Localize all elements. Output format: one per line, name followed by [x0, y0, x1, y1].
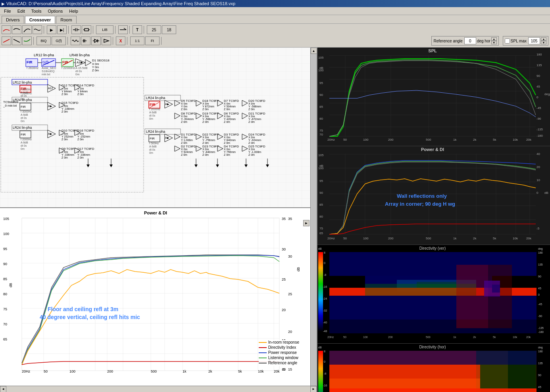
svg-text:_0 miir.txt: _0 miir.txt: [3, 104, 17, 107]
tb-triangle[interactable]: [102, 36, 111, 45]
directivity-hor-graph: Directivity (hor) 8 0 -8 -16 -24 dB 180 …: [317, 344, 550, 392]
svg-text:Power & DI: Power & DI: [421, 147, 444, 152]
toolbar: ▶ ▶| LIB T 25 18 BiQ G(f): [0, 24, 550, 48]
dir-hor-svg: Directivity (hor) 8 0 -8 -16 -24 dB 180 …: [317, 344, 550, 392]
svg-rect-229: [22, 218, 279, 371]
tb-biq[interactable]: BiQ: [37, 36, 51, 45]
tb-curve-r1[interactable]: [2, 36, 11, 45]
svg-text:65: 65: [319, 231, 323, 235]
svg-text:-24: -24: [323, 297, 327, 300]
svg-text:LR12 lin-pha: LR12 lin-pha: [34, 53, 54, 57]
tb-curve2[interactable]: [12, 25, 21, 34]
svg-text:15: 15: [288, 367, 292, 371]
svg-text:X 0m: X 0m: [202, 115, 209, 118]
svg-text:Z 0m: Z 0m: [62, 138, 68, 141]
svg-text:A▶: A▶: [165, 103, 169, 105]
tb-curve3[interactable]: [22, 25, 32, 34]
tab-crossover[interactable]: Crossover: [25, 16, 55, 23]
tb-ft[interactable]: Ft: [145, 36, 160, 45]
svg-text:-8: -8: [324, 372, 326, 375]
svg-text:dt 0s: dt 0s: [21, 144, 27, 147]
tb-cap[interactable]: [71, 25, 81, 34]
svg-text:0m: 0m: [21, 120, 25, 122]
menu-tools[interactable]: Tools: [28, 8, 45, 14]
svg-text:20k: 20k: [274, 369, 280, 373]
svg-text:75: 75: [3, 307, 7, 311]
svg-text:2k: 2k: [473, 237, 477, 240]
svg-text:X 0m: X 0m: [181, 102, 188, 105]
svg-text:200: 200: [388, 237, 394, 240]
tb-25[interactable]: 25: [147, 25, 161, 34]
spl-max-input[interactable]: [528, 37, 540, 44]
svg-text:50: 50: [343, 237, 347, 240]
tb-cap2[interactable]: [81, 36, 90, 45]
ref-angle-down[interactable]: ▼: [491, 41, 497, 44]
menu-options[interactable]: Options: [44, 8, 66, 14]
menu-edit[interactable]: Edit: [14, 8, 28, 14]
tb-coil[interactable]: [71, 36, 80, 45]
menu-help[interactable]: Help: [66, 8, 81, 14]
menu-file[interactable]: File: [1, 8, 14, 14]
svg-text:25: 25: [288, 292, 292, 296]
tb-play2[interactable]: ▶|: [57, 25, 67, 34]
svg-rect-414: [456, 265, 488, 328]
svg-text:20k: 20k: [526, 138, 532, 142]
tb-curve-r2[interactable]: [12, 36, 21, 45]
svg-text:105: 105: [3, 217, 9, 221]
tb-curve1[interactable]: [2, 25, 11, 34]
tb-T[interactable]: T: [133, 25, 142, 34]
svg-text:200: 200: [107, 369, 113, 373]
svg-text:Wall reflections only: Wall reflections only: [397, 193, 447, 199]
tb-curve4[interactable]: [33, 25, 42, 34]
reference-angle-input[interactable]: [464, 37, 476, 44]
spl-max-checkbox[interactable]: [505, 38, 510, 44]
svg-text:D1 SEOS18: D1 SEOS18: [92, 59, 110, 62]
ref-angle-up[interactable]: ▲: [491, 37, 497, 41]
svg-text:85: 85: [3, 277, 7, 281]
scroll-left[interactable]: ◄: [0, 386, 6, 392]
svg-text:200: 200: [388, 138, 394, 142]
tb-curve-r3[interactable]: [22, 36, 32, 45]
svg-text:Z 0m: Z 0m: [62, 156, 68, 159]
svg-text:-45: -45: [537, 106, 541, 110]
tab-drivers[interactable]: Drivers: [2, 16, 24, 23]
tab-room[interactable]: Room: [56, 16, 76, 23]
tb-wire[interactable]: [118, 25, 128, 34]
svg-text:30: 30: [282, 247, 286, 251]
svg-marker-11: [94, 39, 98, 42]
tb-lib[interactable]: LIB: [96, 25, 113, 34]
tb-play[interactable]: ▶: [47, 25, 56, 34]
svg-text:Directivity (ver): Directivity (ver): [419, 246, 446, 250]
left-panel-hscrollbar[interactable]: ◄ ►: [0, 386, 317, 392]
tb-gf[interactable]: G(f): [52, 36, 66, 45]
svg-text:1k: 1k: [453, 237, 457, 240]
svg-text:135: 135: [538, 362, 543, 365]
svg-text:Z 0m: Z 0m: [224, 108, 230, 111]
svg-text:35: 35: [288, 217, 292, 221]
tb-1to1[interactable]: 1:1: [130, 36, 144, 45]
scroll-track[interactable]: [311, 54, 317, 386]
svg-rect-447: [329, 351, 537, 365]
svg-text:Y -168mm: Y -168mm: [62, 107, 74, 110]
scroll-right[interactable]: ►: [310, 386, 317, 392]
svg-text:Z 0m: Z 0m: [224, 120, 230, 123]
svg-text:0: 0: [537, 191, 538, 195]
tb-diode[interactable]: [91, 36, 101, 45]
scroll-up[interactable]: ▲: [311, 48, 317, 54]
left-panel-vscrollbar[interactable]: ▲ ▼: [310, 48, 317, 392]
svg-text:Y 420mm: Y 420mm: [224, 118, 236, 120]
svg-text:90: 90: [319, 93, 323, 97]
left-panel: LR12 lin-pha LR48 lin-pha FIR G(f) FIR A…: [0, 48, 317, 392]
svg-text:70: 70: [3, 322, 7, 326]
tb-18[interactable]: 18: [162, 25, 176, 34]
spl-max-up[interactable]: ▲: [541, 37, 546, 41]
svg-text:20Hz: 20Hz: [327, 336, 334, 338]
svg-text:20Hz: 20Hz: [22, 369, 31, 373]
tb-resist[interactable]: [82, 25, 91, 34]
svg-text:65: 65: [3, 337, 7, 341]
tb-sep4: [115, 26, 117, 34]
tb-x[interactable]: X: [116, 36, 125, 45]
spl-max-down[interactable]: ▼: [541, 41, 546, 44]
svg-text:0: 0: [324, 360, 325, 363]
expand-arrow[interactable]: ►: [303, 220, 310, 226]
